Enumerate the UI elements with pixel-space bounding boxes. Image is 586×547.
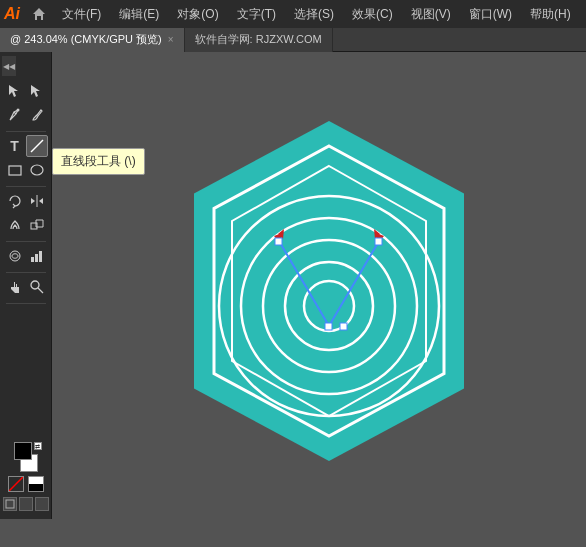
full-screen-mode[interactable] (19, 497, 33, 511)
svg-line-2 (31, 140, 43, 152)
divider-2 (6, 186, 46, 187)
tab-label-2: 软件自学网: RJZXW.COM (195, 32, 322, 47)
menu-text[interactable]: 文字(T) (229, 4, 284, 25)
warp-tool[interactable] (4, 214, 26, 236)
menu-view[interactable]: 视图(V) (403, 4, 459, 25)
graph-tool[interactable] (26, 245, 48, 267)
svg-point-24 (307, 284, 351, 328)
artwork-svg (164, 111, 494, 471)
type-tool[interactable]: T (4, 135, 26, 157)
fill-none-button[interactable] (8, 476, 24, 492)
screen-mode-buttons (3, 497, 49, 511)
hand-tool[interactable] (4, 276, 26, 298)
direct-selection-tool[interactable] (26, 80, 48, 102)
tool-group-graph (2, 245, 50, 267)
home-icon[interactable] (28, 3, 50, 25)
tool-group-selection (2, 80, 50, 102)
svg-rect-15 (6, 500, 14, 508)
normal-mode[interactable] (3, 497, 17, 511)
tab-document1[interactable]: @ 243.04% (CMYK/GPU 预览) × (0, 28, 185, 52)
divider-5 (6, 303, 46, 304)
tool-group-2 (2, 104, 50, 126)
tab-label-1: @ 243.04% (CMYK/GPU 预览) (10, 32, 162, 47)
main-layout: ◀◀ T (0, 52, 586, 519)
reflect-tool[interactable] (26, 190, 48, 212)
fill-stroke-buttons (8, 476, 44, 492)
menu-bar: Ai 文件(F) 编辑(E) 对象(O) 文字(T) 选择(S) 效果(C) 视… (0, 0, 586, 28)
tool-group-warp (2, 214, 50, 236)
presentation-mode[interactable] (35, 497, 49, 511)
tab-bar: @ 243.04% (CMYK/GPU 预览) × 软件自学网: RJZXW.C… (0, 28, 586, 52)
svg-point-1 (16, 109, 19, 112)
svg-point-12 (31, 281, 39, 289)
svg-rect-31 (275, 238, 282, 245)
divider-1 (6, 131, 46, 132)
menu-items: 文件(F) 编辑(E) 对象(O) 文字(T) 选择(S) 效果(C) 视图(V… (54, 4, 579, 25)
paint-brush-tool[interactable] (26, 104, 48, 126)
menu-select[interactable]: 选择(S) (286, 4, 342, 25)
tab-document2[interactable]: 软件自学网: RJZXW.COM (185, 28, 333, 52)
zoom-tool[interactable] (26, 276, 48, 298)
menu-edit[interactable]: 编辑(E) (111, 4, 167, 25)
pen-tool[interactable] (4, 104, 26, 126)
svg-marker-0 (33, 8, 45, 20)
svg-point-4 (31, 165, 43, 175)
swap-colors[interactable]: ⇄ (34, 442, 42, 450)
menu-file[interactable]: 文件(F) (54, 4, 109, 25)
canvas-area[interactable] (52, 52, 586, 519)
scale-tool[interactable] (26, 214, 48, 236)
tool-group-type: T (2, 135, 50, 157)
selection-tool[interactable] (4, 80, 26, 102)
svg-rect-3 (9, 166, 21, 175)
menu-object[interactable]: 对象(O) (169, 4, 226, 25)
divider-3 (6, 241, 46, 242)
svg-line-14 (9, 477, 23, 491)
left-toolbar: ◀◀ T (0, 52, 52, 519)
ellipse-tool[interactable] (26, 159, 48, 181)
tool-group-transform (2, 190, 50, 212)
toolbar-collapse[interactable]: ◀◀ (2, 56, 16, 76)
tab-close-1[interactable]: × (168, 34, 174, 45)
menu-help[interactable]: 帮助(H) (522, 4, 579, 25)
rotate-tool[interactable] (4, 190, 26, 212)
tool-group-shapes (2, 159, 50, 181)
color-section: ⇄ (3, 442, 49, 515)
svg-rect-32 (375, 238, 382, 245)
svg-rect-33 (325, 323, 332, 330)
svg-rect-34 (340, 323, 347, 330)
line-segment-tool[interactable] (26, 135, 48, 157)
foreground-color[interactable] (14, 442, 32, 460)
app-logo: Ai (4, 5, 20, 23)
symbol-tool[interactable] (4, 245, 26, 267)
canvas-wrapper (82, 72, 576, 509)
divider-4 (6, 272, 46, 273)
tool-group-nav (2, 276, 50, 298)
svg-rect-9 (31, 257, 34, 262)
gradient-button[interactable] (28, 476, 44, 492)
menu-effect[interactable]: 效果(C) (344, 4, 401, 25)
menu-window[interactable]: 窗口(W) (461, 4, 520, 25)
svg-rect-10 (35, 254, 38, 262)
svg-rect-11 (39, 251, 42, 262)
svg-line-13 (38, 288, 43, 293)
rectangle-tool[interactable] (4, 159, 26, 181)
